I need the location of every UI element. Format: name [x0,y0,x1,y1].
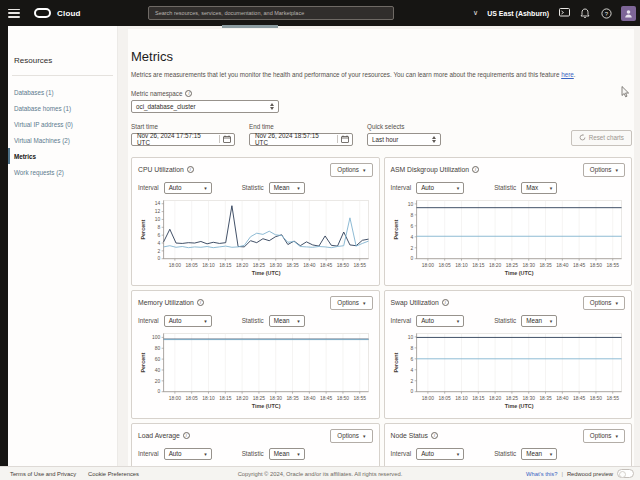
sidebar-item-work-requests[interactable]: Work requests (2) [8,164,117,180]
svg-text:18:55: 18:55 [606,395,619,400]
whats-this-link[interactable]: What's this? [526,471,557,477]
interval-select[interactable]: Auto ▾ [164,448,212,460]
chart-title: Swap Utilization [391,299,439,306]
svg-text:4: 4 [410,367,413,372]
info-icon[interactable]: i [442,299,449,306]
top-navigation-bar: Cloud Search resources, services, docume… [0,0,640,26]
namespace-label-row: Metric namespace i [131,90,632,97]
sidebar-item-virtual-ip[interactable]: Virtual IP address (0) [8,116,117,132]
notifications-bell-icon[interactable] [579,7,591,19]
svg-text:18:35: 18:35 [286,262,299,267]
svg-text:8: 8 [157,225,160,230]
sidebar-title: Resources [14,56,117,65]
metric-card-asm-diskgroup-utilization: ASM Diskgroup Utilization i Options ▾ In… [384,157,633,286]
options-button[interactable]: Options ▾ [583,163,625,177]
interval-select[interactable]: Auto ▾ [164,182,212,194]
options-button[interactable]: Options ▾ [330,429,372,443]
start-time-input[interactable]: Nov 26, 2024 17:57:15 UTC [131,133,235,146]
statistic-select[interactable]: Mean ▾ [521,315,557,327]
search-input[interactable]: Search resources, services, documentatio… [148,6,394,20]
chevron-down-icon: ▾ [291,318,300,324]
statistic-label: Statistic [242,317,264,324]
interval-label: Interval [138,450,159,457]
interval-select[interactable]: Auto ▾ [416,315,464,327]
svg-text:18:40: 18:40 [556,395,569,400]
statistic-select[interactable]: Mean ▾ [269,182,305,194]
info-icon[interactable]: i [185,90,192,97]
interval-label: Interval [391,450,412,457]
svg-text:Time (UTC): Time (UTC) [504,270,533,276]
chevron-down-icon: ▾ [291,185,300,191]
svg-text:10: 10 [407,334,413,339]
region-selector[interactable]: US East (Ashburn) [487,10,549,17]
svg-text:Time (UTC): Time (UTC) [252,270,281,276]
help-icon[interactable]: ? [600,7,612,19]
select-chevrons-icon [432,136,436,143]
svg-text:Percent: Percent [140,352,146,372]
info-icon[interactable]: i [431,432,438,439]
statistic-select[interactable]: Mean ▾ [269,448,305,460]
svg-text:18:00: 18:00 [169,395,182,400]
options-button[interactable]: Options ▾ [330,296,372,310]
calendar-icon[interactable] [219,135,234,143]
start-time-field: Start time Nov 26, 2024 17:57:15 UTC [131,123,235,146]
profile-avatar[interactable] [621,6,636,21]
oracle-logo-icon[interactable] [34,8,51,18]
svg-text:18:05: 18:05 [186,395,199,400]
statistic-select[interactable]: Mean ▾ [521,448,557,460]
chart-title-row: Memory Utilization i [138,299,204,306]
calendar-icon[interactable] [337,135,352,143]
options-button[interactable]: Options ▾ [583,429,625,443]
metric-namespace-select[interactable]: oci_database_cluster [131,100,279,113]
chart-plot[interactable]: 18:0018:0518:1018:1518:2018:2518:3018:35… [391,197,626,283]
redwood-preview-label: Redwood preview [567,471,613,477]
cookie-preferences-link[interactable]: Cookie Preferences [88,471,139,477]
brand-label: Cloud [57,9,81,18]
chevron-down-icon: ▾ [291,451,300,457]
options-button[interactable]: Options ▾ [330,163,372,177]
chevron-down-icon: ▾ [363,433,366,439]
end-time-input[interactable]: Nov 26, 2024 18:57:15 UTC [249,133,353,146]
svg-text:18:05: 18:05 [438,395,451,400]
sidebar-item-database-homes[interactable]: Database homes (1) [8,100,117,116]
page-description: Metrics are measurements that let you mo… [131,71,632,80]
svg-text:18:00: 18:00 [169,262,182,267]
info-icon[interactable]: i [183,432,190,439]
svg-text:18:05: 18:05 [438,262,451,267]
menu-icon[interactable] [8,9,20,18]
info-icon[interactable]: i [472,166,479,173]
svg-text:18:10: 18:10 [455,395,468,400]
svg-text:18:50: 18:50 [337,395,350,400]
sidebar-item-databases[interactable]: Databases (1) [8,84,117,100]
chart-plot[interactable]: 18:0018:0518:1018:1518:2018:2518:3018:35… [391,330,626,416]
sidebar-item-virtual-machines[interactable]: Virtual Machines (2) [8,132,117,148]
svg-text:18:10: 18:10 [455,262,468,267]
interval-select[interactable]: Auto ▾ [164,315,212,327]
statistic-select[interactable]: Max ▾ [521,182,557,194]
svg-text:18:50: 18:50 [337,262,350,267]
svg-text:6: 6 [410,223,413,228]
interval-select[interactable]: Auto ▾ [416,182,464,194]
statistic-label: Statistic [242,184,264,191]
chart-plot[interactable]: 18:0018:0518:1018:1518:2018:2518:3018:35… [138,330,373,416]
terms-link[interactable]: Terms of Use and Privacy [10,471,76,477]
chart-plot[interactable]: 18:0018:0518:1018:1518:2018:2518:3018:35… [138,197,373,283]
cloud-shell-icon[interactable] [558,7,570,19]
svg-text:6: 6 [410,356,413,361]
redwood-preview-toggle[interactable] [617,469,634,478]
svg-text:Time (UTC): Time (UTC) [252,403,281,409]
options-button[interactable]: Options ▾ [583,296,625,310]
svg-text:18:45: 18:45 [572,262,585,267]
info-icon[interactable]: i [187,166,194,173]
quick-selects-select[interactable]: Last hour [367,133,441,146]
page-footer: Terms of Use and Privacy Cookie Preferen… [0,466,640,480]
chevron-down-icon: ∨ [473,9,478,17]
interval-select[interactable]: Auto ▾ [416,448,464,460]
svg-text:18:25: 18:25 [505,395,518,400]
info-icon[interactable]: i [197,299,204,306]
svg-text:18:40: 18:40 [303,395,316,400]
sidebar-item-metrics[interactable]: Metrics [8,148,117,164]
here-link[interactable]: here [561,71,574,78]
statistic-select[interactable]: Mean ▾ [269,315,305,327]
reset-charts-button[interactable]: Reset charts [571,130,632,146]
